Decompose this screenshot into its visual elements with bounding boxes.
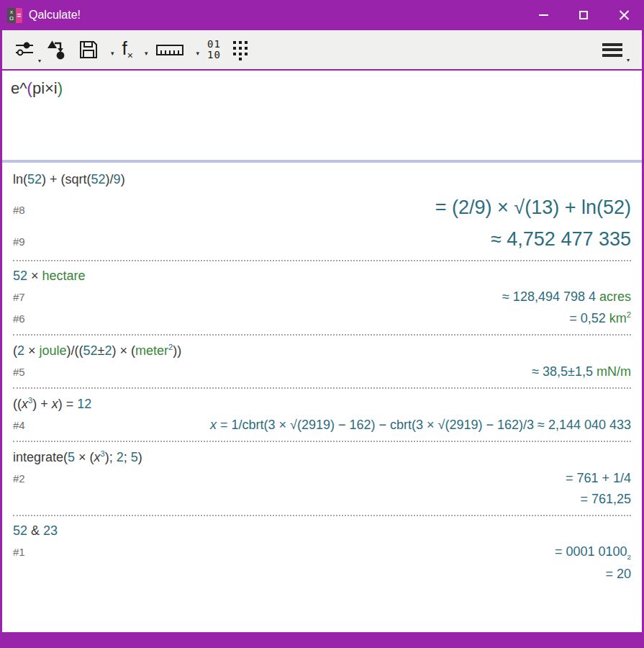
window-bottom-border — [0, 632, 644, 648]
history-result: = 761,25 — [580, 492, 631, 507]
units-dropdown[interactable]: ▾ — [196, 50, 199, 57]
history-block: (2 × joule)/((52±2) × (meter2)) #5 ≈ 38,… — [13, 343, 631, 379]
convert-button[interactable] — [43, 36, 71, 63]
app-icon-x: x — [10, 9, 13, 15]
history-index: #5 — [13, 366, 25, 378]
history-result-row[interactable]: = 20 — [13, 567, 631, 582]
history-index: #8 — [13, 204, 25, 216]
qalculate-window: x Ω = Qalculate! ▾ — [0, 0, 644, 648]
functions-dropdown[interactable]: ▾ — [145, 50, 148, 57]
maximize-icon — [579, 11, 588, 19]
app-icon: x Ω = — [7, 8, 22, 23]
history-result: = (2/9) × √(13) + ln(52) — [435, 197, 631, 219]
maximize-button[interactable] — [563, 0, 604, 30]
history-block: integrate(5 × (x3); 2; 5) #2 = 761 + 1/4… — [13, 449, 631, 507]
menu-caret-icon: ▾ — [627, 57, 630, 63]
history-index: #1 — [13, 546, 25, 558]
history-result: = 0001 01002 — [555, 544, 631, 561]
number-bases-icon: 01 10 — [207, 39, 221, 60]
history-index: #7 — [13, 291, 25, 303]
number-bases-button[interactable]: 01 10 — [205, 37, 223, 62]
titlebar: x Ω = Qalculate! — [0, 0, 644, 30]
history-result: ≈ 38,5±1,5 mN/m — [532, 364, 631, 379]
functions-button[interactable]: f× — [120, 37, 135, 63]
hamburger-icon — [602, 40, 622, 59]
sliders-icon — [14, 39, 36, 60]
history-result: = 20 — [605, 567, 631, 582]
history-panel[interactable]: ln(52) + (sqrt(52)/9) #8 = (2/9) × √(13)… — [2, 163, 642, 632]
history-result-row[interactable]: #1 = 0001 01002 — [13, 544, 631, 561]
history-index: #9 — [13, 235, 25, 248]
convert-icon — [45, 38, 68, 61]
app-icon-left: x Ω — [7, 8, 16, 23]
minimize-button[interactable] — [523, 0, 563, 30]
history-index: #4 — [13, 419, 25, 431]
mode-settings-button[interactable]: ▾ — [12, 37, 38, 63]
history-block: 52 × hectare #7 ≈ 128,494 798 4 acres #6… — [13, 269, 631, 326]
history-separator — [13, 334, 631, 336]
history-result: x = 1/cbrt(3 × √(2919) − 162) − cbrt(3 ×… — [210, 418, 631, 433]
history-expression[interactable]: ln(52) + (sqrt(52)/9) — [13, 172, 631, 187]
history-block: ln(52) + (sqrt(52)/9) #8 = (2/9) × √(13)… — [13, 172, 631, 251]
app-icon-equals: = — [16, 8, 22, 23]
history-block: 52 & 23 #1 = 0001 01002 = 20 — [13, 523, 631, 582]
history-result-row[interactable]: #8 = (2/9) × √(13) + ln(52) — [13, 197, 631, 219]
fx-icon: f× — [122, 39, 133, 60]
save-button[interactable] — [76, 37, 101, 63]
close-icon — [619, 10, 630, 21]
history-expression[interactable]: 52 & 23 — [13, 523, 631, 539]
history-separator — [13, 260, 631, 261]
history-result-row[interactable]: #6 = 0,52 km2 — [13, 310, 631, 326]
close-button[interactable] — [604, 0, 644, 30]
keypad-icon — [230, 38, 250, 61]
history-expression[interactable]: 52 × hectare — [13, 269, 631, 284]
history-separator — [13, 387, 631, 389]
minimize-icon — [539, 14, 548, 16]
history-result-row[interactable]: #7 ≈ 128,494 798 4 acres — [13, 289, 631, 305]
history-result: = 0,52 km2 — [569, 310, 631, 326]
history-separator — [13, 515, 631, 516]
history-result-row[interactable]: #2 = 761 + 1/4 — [13, 471, 631, 486]
dropdown-caret-icon: ▾ — [38, 58, 41, 64]
history-separator — [13, 441, 631, 442]
save-icon — [78, 39, 99, 60]
history-index: #2 — [13, 472, 25, 485]
history-result-row[interactable]: #4 x = 1/cbrt(3 × √(2919) − 162) − cbrt(… — [13, 418, 631, 433]
save-dropdown[interactable]: ▾ — [111, 50, 114, 57]
app-icon-omega: Ω — [9, 16, 14, 22]
history-block: ((x3) + x) = 12 #4 x = 1/cbrt(3 × √(2919… — [13, 396, 631, 433]
history-result-row[interactable]: #5 ≈ 38,5±1,5 mN/m — [13, 364, 631, 379]
window-title: Qalculate! — [29, 9, 81, 22]
expression-input[interactable]: e^(pi×i) — [2, 71, 642, 163]
history-result: ≈ 4,752 477 335 — [491, 228, 631, 251]
history-result: = 761 + 1/4 — [566, 471, 631, 486]
expression-text: e^(pi×i) — [11, 79, 63, 97]
units-button[interactable] — [153, 37, 186, 63]
history-result-row[interactable]: #9 ≈ 4,752 477 335 — [13, 228, 631, 251]
history-result: ≈ 128,494 798 4 acres — [502, 289, 631, 305]
history-index: #6 — [13, 312, 25, 325]
toolbar: ▾ ▾ f× ▾ — [2, 30, 642, 71]
history-result-row[interactable]: = 761,25 — [13, 492, 631, 507]
ruler-icon — [155, 39, 184, 60]
history-expression[interactable]: ((x3) + x) = 12 — [13, 396, 631, 412]
menu-button[interactable]: ▾ — [598, 37, 627, 62]
window-controls — [523, 0, 644, 30]
history-expression[interactable]: (2 × joule)/((52±2) × (meter2)) — [13, 343, 631, 359]
keypad-button[interactable] — [228, 36, 253, 63]
history-expression[interactable]: integrate(5 × (x3); 2; 5) — [13, 449, 631, 465]
